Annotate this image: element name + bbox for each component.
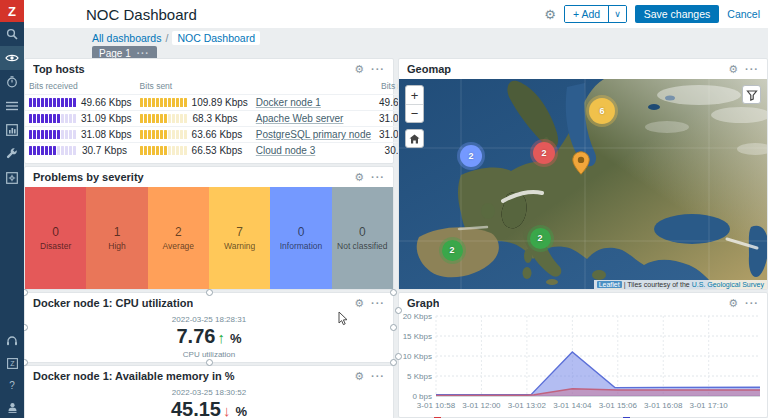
resize-handle[interactable] <box>390 324 397 331</box>
host-link[interactable]: Docker node 1 <box>256 97 321 108</box>
value-unit: % <box>230 331 242 346</box>
gear-icon[interactable]: ⚙ <box>354 63 364 76</box>
help-question-icon[interactable]: ? <box>0 374 24 396</box>
gear-icon[interactable]: ⚙ <box>354 370 364 383</box>
bits-sent-value: 109.89 Kbps <box>192 97 248 108</box>
reports-chart-icon[interactable] <box>0 118 24 142</box>
problems-by-severity-widget: Problems by severity ⚙ ··· 0Disaster1Hig… <box>24 166 394 290</box>
more-menu-icon[interactable]: ··· <box>371 299 385 307</box>
severity-count: 0 <box>359 225 366 239</box>
map-canvas[interactable]: + − 22622 Leaflet | Tiles courtesy of th… <box>399 79 767 289</box>
page-title: NOC Dashboard <box>86 6 197 23</box>
administration-gear-icon[interactable] <box>0 166 24 190</box>
severity-count: 0 <box>298 225 305 239</box>
support-headset-icon[interactable] <box>0 330 24 352</box>
trend-up-icon: ↑ <box>217 329 225 346</box>
zabbix-logo[interactable]: Z <box>0 0 24 22</box>
led-bar <box>140 114 187 123</box>
bits-sent-value: 63.66 Kbps <box>192 129 243 140</box>
value-description: CPU utilization <box>183 350 235 359</box>
host-link[interactable]: Apache Web server <box>256 113 344 124</box>
configuration-wrench-icon[interactable] <box>0 142 24 166</box>
map-cluster-marker[interactable]: 2 <box>533 142 555 164</box>
severity-block-not-classified[interactable]: 0Not classified <box>332 187 393 289</box>
value-timestamp: 2022-03-25 18:30:52 <box>172 388 246 397</box>
cancel-link[interactable]: Cancel <box>727 8 760 20</box>
more-menu-icon[interactable]: ··· <box>745 65 759 73</box>
map-cluster-marker[interactable]: 6 <box>589 98 615 124</box>
host-link[interactable]: PostgreSQL primary node <box>256 129 371 140</box>
column-header: Bits received <box>25 79 136 95</box>
value-number: 45.15 <box>171 398 221 418</box>
resize-handle[interactable] <box>206 289 213 296</box>
add-dropdown-caret[interactable]: ∨ <box>608 6 626 22</box>
widget-title: Problems by severity <box>33 171 144 183</box>
more-menu-icon[interactable]: ··· <box>371 372 385 380</box>
column-header <box>252 79 375 95</box>
inventory-list-icon[interactable] <box>0 94 24 118</box>
led-bar <box>29 130 76 139</box>
gear-icon[interactable]: ⚙ <box>728 297 738 310</box>
bits-received-value: 30.7 Kbps <box>81 145 127 156</box>
value-number: 7.76 <box>177 325 216 348</box>
usgs-link[interactable]: U.S. Geological Survey <box>692 281 764 288</box>
gear-icon[interactable]: ⚙ <box>354 297 364 310</box>
monitoring-eye-icon[interactable] <box>0 46 24 70</box>
severity-count: 1 <box>114 225 121 239</box>
led-bar <box>140 130 187 139</box>
bits-received-value: 49.66 Kbps <box>81 97 132 108</box>
user-profile-icon[interactable] <box>0 396 24 418</box>
breadcrumb-separator: / <box>165 32 168 44</box>
zoom-in-button[interactable]: + <box>406 86 423 104</box>
integrations-z-icon[interactable]: Z <box>0 352 24 374</box>
sidebar: Z Z ? <box>0 0 24 418</box>
severity-label: Warning <box>224 241 255 251</box>
severity-label: Not classified <box>337 241 388 251</box>
map-home-button[interactable] <box>405 129 424 148</box>
bits-sent-value: 68.3 Kbps <box>192 113 238 124</box>
led-bar <box>29 114 76 123</box>
severity-label: High <box>108 241 125 251</box>
breadcrumb: All dashboards / NOC Dashboard <box>24 31 260 45</box>
severity-block-high[interactable]: 1High <box>86 187 147 289</box>
svg-text:3-01 17:10: 3-01 17:10 <box>690 401 729 410</box>
more-menu-icon[interactable]: ··· <box>371 173 385 181</box>
severity-block-disaster[interactable]: 0Disaster <box>25 187 86 289</box>
search-icon[interactable] <box>0 22 24 46</box>
resize-handle[interactable] <box>395 353 402 360</box>
zoom-out-button[interactable]: − <box>406 104 423 122</box>
services-clock-icon[interactable] <box>0 70 24 94</box>
svg-text:0 bps: 0 bps <box>412 392 432 401</box>
host-link[interactable]: Cloud node 3 <box>256 145 316 156</box>
add-button[interactable]: + Add <box>565 6 608 22</box>
map-cluster-marker[interactable]: 2 <box>460 145 482 167</box>
column-header: Bits sent <box>136 79 252 95</box>
map-pin-marker[interactable] <box>572 151 590 179</box>
severity-block-average[interactable]: 2Average <box>148 187 209 289</box>
severity-block-information[interactable]: 0Information <box>270 187 331 289</box>
svg-text:3-01 14:04: 3-01 14:04 <box>553 401 592 410</box>
resize-handle[interactable] <box>395 307 402 314</box>
svg-text:3-01 12:00: 3-01 12:00 <box>462 401 501 410</box>
leaflet-link[interactable]: Leaflet <box>597 281 622 288</box>
trend-down-icon: ↓ <box>223 402 231 418</box>
resize-handle[interactable] <box>390 359 397 366</box>
map-cluster-marker[interactable]: 2 <box>442 240 463 261</box>
mouse-cursor <box>338 311 349 330</box>
breadcrumb-all-dashboards[interactable]: All dashboards <box>92 32 161 44</box>
dashboard-settings-gear-icon[interactable]: ⚙ <box>544 7 556 22</box>
severity-block-warning[interactable]: 7Warning <box>209 187 270 289</box>
more-menu-icon[interactable]: ··· <box>745 299 759 307</box>
svg-text:20 Kbps: 20 Kbps <box>403 312 432 321</box>
filter-funnel-icon[interactable] <box>742 85 761 104</box>
more-menu-icon[interactable]: ··· <box>371 65 385 73</box>
svg-text:Z: Z <box>10 360 15 367</box>
severity-label: Disaster <box>40 241 71 251</box>
resize-handle[interactable] <box>390 289 397 296</box>
gear-icon[interactable]: ⚙ <box>728 63 738 76</box>
save-changes-button[interactable]: Save changes <box>635 5 720 23</box>
resize-handle[interactable] <box>206 359 213 366</box>
led-bar <box>140 146 187 155</box>
map-cluster-marker[interactable]: 2 <box>530 228 551 249</box>
gear-icon[interactable]: ⚙ <box>354 171 364 184</box>
